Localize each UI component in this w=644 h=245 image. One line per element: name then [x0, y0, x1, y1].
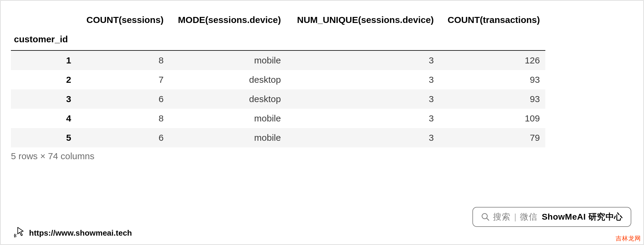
table-cell: 3: [286, 70, 439, 89]
row-index: 2: [11, 70, 77, 89]
table-cell: 126: [439, 50, 545, 70]
dataframe-table: COUNT(sessions) MODE(sessions.device) NU…: [11, 9, 545, 147]
table-row: 4 8 mobile 3 109: [11, 109, 545, 128]
table-row: 1 8 mobile 3 126: [11, 50, 545, 70]
table-cell: 3: [286, 89, 439, 109]
watermark-badge: 搜索 | 微信 ShowMeAI 研究中心: [472, 207, 631, 227]
table-cell: 8: [77, 109, 169, 128]
table-cell: mobile: [169, 50, 287, 70]
search-icon: [481, 212, 490, 221]
table-row: 5 6 mobile 3 79: [11, 128, 545, 147]
table-header: NUM_UNIQUE(sessions.device): [286, 9, 439, 31]
row-index: 4: [11, 109, 77, 128]
table-cell: desktop: [169, 89, 287, 109]
table-cell: 8: [77, 50, 169, 70]
table-index-name: customer_id: [11, 31, 77, 50]
table-cell: 6: [77, 128, 169, 147]
page-frame: COUNT(sessions) MODE(sessions.device) NU…: [0, 0, 644, 245]
table-header-row: COUNT(sessions) MODE(sessions.device) NU…: [11, 9, 545, 31]
svg-line-1: [487, 218, 489, 221]
table-header: COUNT(transactions): [439, 9, 545, 31]
table-cell: 3: [286, 128, 439, 147]
row-index: 1: [11, 50, 77, 70]
table-cell: mobile: [169, 109, 287, 128]
table-row: 3 6 desktop 3 93: [11, 89, 545, 109]
table-cell: 7: [77, 70, 169, 89]
table-cell: 3: [286, 50, 439, 70]
table-header: MODE(sessions.device): [169, 9, 287, 31]
table-row: 2 7 desktop 3 93: [11, 70, 545, 89]
table-index-name-row: customer_id: [11, 31, 545, 50]
footer-url: https://www.showmeai.tech: [29, 228, 132, 238]
table-header-blank: [11, 9, 77, 31]
watermark-brand: ShowMeAI 研究中心: [542, 211, 623, 223]
dataframe-shape-text: 5 rows × 74 columns: [11, 151, 633, 161]
row-index: 3: [11, 89, 77, 109]
table-cell: 6: [77, 89, 169, 109]
table-cell: desktop: [169, 70, 287, 89]
table-cell: 93: [439, 70, 545, 89]
cursor-click-icon: [13, 226, 26, 239]
table-header: COUNT(sessions): [77, 9, 169, 31]
corner-badge: 吉林龙网: [616, 234, 641, 243]
watermark-search-label: 搜索: [493, 211, 511, 223]
watermark-divider: |: [514, 212, 517, 222]
watermark-wechat-label: 微信: [520, 211, 537, 223]
row-index: 5: [11, 128, 77, 147]
table-cell: 93: [439, 89, 545, 109]
table-cell: mobile: [169, 128, 287, 147]
table-cell: 3: [286, 109, 439, 128]
table-cell: 79: [439, 128, 545, 147]
table-cell: 109: [439, 109, 545, 128]
